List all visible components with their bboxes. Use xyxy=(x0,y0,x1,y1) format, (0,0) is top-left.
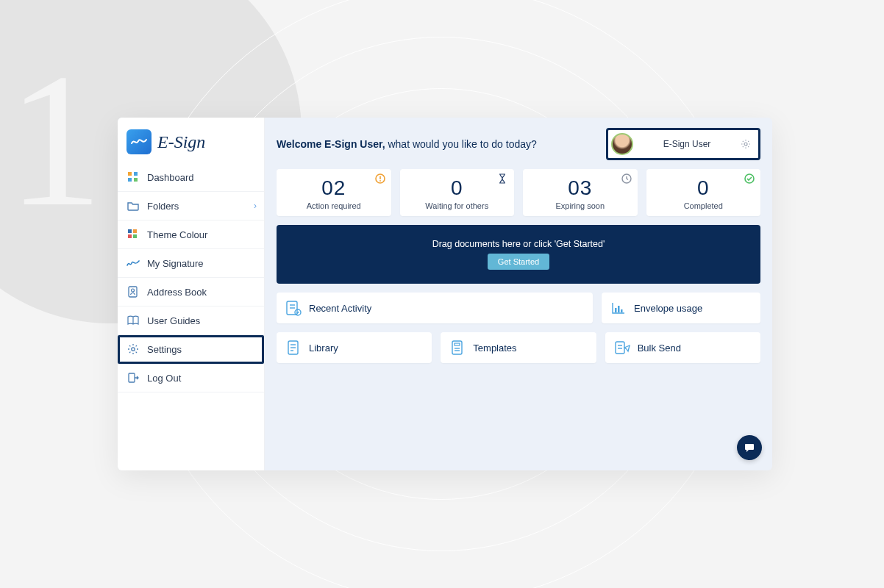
theme-colour-icon xyxy=(126,228,140,241)
chat-fab[interactable] xyxy=(737,435,762,460)
alert-icon xyxy=(375,173,385,184)
templates-icon xyxy=(449,340,466,356)
sidebar-item-theme-colour[interactable]: Theme Colour xyxy=(118,220,264,249)
svg-rect-22 xyxy=(615,308,617,312)
sidebar-item-folders[interactable]: Folders › xyxy=(118,192,264,220)
svg-point-10 xyxy=(132,348,135,351)
stat-label: Action required xyxy=(307,201,361,210)
stat-waiting-for-others[interactable]: 0 Waiting for others xyxy=(400,169,515,216)
panels-row-2: Library Templates Bulk Send xyxy=(277,332,760,363)
svg-rect-1 xyxy=(134,172,138,176)
sidebar-item-address-book[interactable]: Address Book xyxy=(118,278,264,306)
svg-rect-0 xyxy=(128,172,132,176)
dashboard-icon xyxy=(126,171,140,184)
welcome-message: Welcome E-Sign User, what would you like… xyxy=(277,138,537,150)
dropzone-text: Drag documents here or click 'Get Starte… xyxy=(432,239,605,249)
sidebar-item-user-guides[interactable]: User Guides xyxy=(118,306,264,335)
sidebar-item-log-out[interactable]: Log Out xyxy=(118,364,264,392)
stat-value: 03 xyxy=(568,176,592,200)
sidebar-item-my-signature[interactable]: My Signature xyxy=(118,249,264,278)
gear-icon xyxy=(126,343,140,356)
panels-row-1: Recent Activity Envelope usage xyxy=(277,293,760,323)
svg-rect-33 xyxy=(616,342,624,354)
panel-title: Recent Activity xyxy=(309,303,371,314)
stat-value: 0 xyxy=(697,176,710,200)
svg-point-15 xyxy=(379,180,381,182)
svg-rect-6 xyxy=(128,234,132,238)
sidebar-item-label: Folders xyxy=(147,201,179,212)
hourglass-icon xyxy=(498,173,508,184)
user-name: E-Sign User xyxy=(641,139,733,149)
bulk-send-icon xyxy=(614,340,630,356)
avatar xyxy=(611,133,633,155)
stat-completed[interactable]: 0 Completed xyxy=(646,169,761,216)
panel-library[interactable]: Library xyxy=(277,332,432,363)
chevron-right-icon: › xyxy=(254,201,257,211)
brand-mark-icon xyxy=(126,129,152,154)
logout-icon xyxy=(126,371,140,384)
svg-point-9 xyxy=(132,289,135,292)
panel-templates[interactable]: Templates xyxy=(441,332,596,363)
svg-rect-11 xyxy=(129,373,135,382)
sidebar-item-label: Address Book xyxy=(147,287,207,298)
activity-list-icon xyxy=(285,300,302,316)
book-icon xyxy=(126,314,140,327)
main-content: Welcome E-Sign User, what would you like… xyxy=(265,118,772,470)
svg-rect-5 xyxy=(133,229,137,233)
sidebar-item-label: User Guides xyxy=(147,315,200,326)
stat-label: Completed xyxy=(684,201,723,210)
stat-label: Waiting for others xyxy=(425,201,488,210)
svg-rect-23 xyxy=(618,306,620,312)
checkmark-circle-icon xyxy=(744,173,755,184)
address-book-icon xyxy=(126,285,140,298)
user-menu[interactable]: E-Sign User xyxy=(606,128,760,160)
svg-rect-2 xyxy=(128,178,132,182)
stat-action-required[interactable]: 02 Action required xyxy=(277,169,391,216)
chat-icon xyxy=(744,442,755,453)
sidebar-item-label: Settings xyxy=(147,344,182,355)
decor-step-number: 1 xyxy=(7,44,103,235)
svg-rect-4 xyxy=(128,229,132,233)
sidebar-item-label: My Signature xyxy=(147,258,204,269)
sidebar-item-dashboard[interactable]: Dashboard xyxy=(118,163,264,192)
svg-point-12 xyxy=(744,143,747,146)
sidebar-item-label: Theme Colour xyxy=(147,229,207,240)
get-started-button[interactable]: Get Started xyxy=(488,254,549,270)
sidebar-item-settings[interactable]: Settings xyxy=(118,335,264,364)
sidebar: E-Sign Dashboard Folders › Theme xyxy=(118,118,265,470)
app-window: E-Sign Dashboard Folders › Theme xyxy=(118,118,772,470)
document-dropzone[interactable]: Drag documents here or click 'Get Starte… xyxy=(277,225,760,284)
stat-value: 02 xyxy=(321,176,346,200)
panel-title: Templates xyxy=(473,343,516,354)
brand-logo: E-Sign xyxy=(118,118,264,163)
gear-icon xyxy=(741,139,751,149)
clock-icon xyxy=(621,173,632,184)
svg-rect-7 xyxy=(133,234,137,238)
panel-recent-activity[interactable]: Recent Activity xyxy=(277,293,593,323)
svg-rect-3 xyxy=(134,178,138,182)
panel-title: Envelope usage xyxy=(634,303,702,314)
brand-name: E-Sign xyxy=(157,132,205,152)
stat-value: 0 xyxy=(451,176,463,200)
sidebar-item-label: Dashboard xyxy=(147,172,194,183)
panel-envelope-usage[interactable]: Envelope usage xyxy=(602,293,760,323)
welcome-bold: Welcome E-Sign User, xyxy=(277,138,385,150)
stat-cards: 02 Action required 0 Waiting for others … xyxy=(277,169,760,216)
library-icon xyxy=(285,340,302,356)
stat-expiring-soon[interactable]: 03 Expiring soon xyxy=(523,169,638,216)
svg-rect-24 xyxy=(621,309,623,312)
svg-rect-30 xyxy=(455,343,460,345)
sidebar-nav: Dashboard Folders › Theme Colour My xyxy=(118,163,264,392)
top-bar: Welcome E-Sign User, what would you like… xyxy=(277,128,760,160)
folder-icon xyxy=(126,199,140,212)
bar-chart-icon xyxy=(610,300,627,316)
sidebar-item-label: Log Out xyxy=(147,373,181,384)
stat-label: Expiring soon xyxy=(555,201,605,210)
panel-bulk-send[interactable]: Bulk Send xyxy=(605,332,760,363)
signature-icon xyxy=(126,257,140,270)
panel-title: Bulk Send xyxy=(638,343,681,354)
welcome-rest: what would you like to do today? xyxy=(385,138,537,150)
panel-title: Library xyxy=(309,343,338,354)
